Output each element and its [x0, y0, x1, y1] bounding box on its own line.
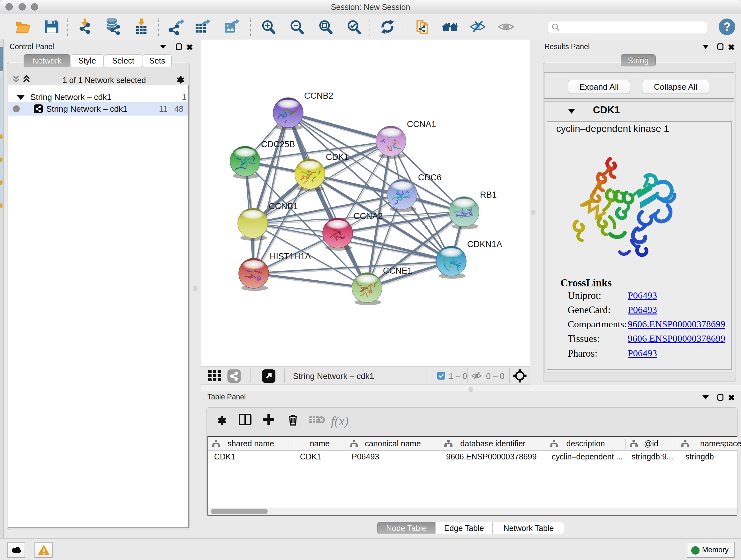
svg-text:CCNA2: CCNA2	[354, 211, 383, 221]
svg-text:CDKN1A: CDKN1A	[467, 240, 502, 249]
svg-text:CDC6: CDC6	[418, 173, 442, 182]
svg-text:CDC25B: CDC25B	[261, 139, 295, 149]
svg-text:CCNA1: CCNA1	[407, 119, 436, 129]
svg-text:RB1: RB1	[480, 190, 497, 199]
svg-text:CCNB2: CCNB2	[304, 91, 333, 101]
svg-text:CCNE1: CCNE1	[383, 266, 412, 275]
svg-text:CDK1: CDK1	[326, 152, 349, 162]
svg-text:HIST1H1A: HIST1H1A	[270, 252, 311, 261]
svg-text:CCNB1: CCNB1	[269, 201, 298, 211]
